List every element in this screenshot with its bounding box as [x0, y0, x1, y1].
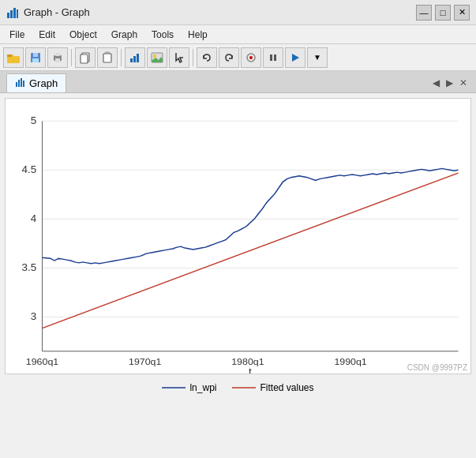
tab-graph-icon: [15, 77, 26, 90]
close-button[interactable]: ✕: [454, 5, 470, 21]
svg-point-21: [153, 54, 156, 58]
menu-file[interactable]: File: [3, 28, 31, 42]
svg-text:1960q1: 1960q1: [26, 356, 59, 366]
svg-rect-3: [17, 9, 18, 18]
toolbar-chart[interactable]: [125, 47, 145, 68]
legend: ln_wpi Fitted values: [0, 379, 476, 396]
svg-rect-9: [32, 58, 39, 62]
toolbar-sep-3: [193, 49, 193, 66]
toolbar-open[interactable]: [3, 47, 24, 68]
menu-edit[interactable]: Edit: [32, 28, 62, 42]
toolbar: ▼: [0, 44, 476, 71]
chart-area: 5 4.5 4 3.5 3 1960q1 1970q1 1980q1 1990q…: [5, 98, 471, 374]
svg-text:4.5: 4.5: [22, 164, 37, 175]
tab-graph[interactable]: Graph: [6, 73, 66, 92]
window-controls: — □ ✕: [416, 5, 470, 21]
toolbar-print[interactable]: [47, 47, 68, 68]
svg-text:4: 4: [31, 213, 36, 224]
window-title: Graph - Graph: [24, 6, 90, 18]
legend-fitted-label: Fitted values: [260, 382, 313, 393]
title-bar: Graph - Graph — □ ✕: [0, 0, 476, 25]
svg-text:3: 3: [31, 311, 36, 322]
chart-svg: 5 4.5 4 3.5 3 1960q1 1970q1 1980q1 1990q…: [6, 99, 470, 374]
watermark: CSDN @9997PZ: [407, 363, 467, 372]
tab-close-button[interactable]: ✕: [457, 77, 470, 89]
minimize-button[interactable]: —: [416, 5, 432, 21]
tab-navigation: ◀ ▶ ✕: [430, 77, 470, 89]
tab-prev-button[interactable]: ◀: [430, 77, 442, 89]
svg-rect-5: [7, 56, 20, 63]
svg-rect-27: [16, 82, 17, 87]
toolbar-sep-1: [71, 49, 72, 66]
legend-fitted: Fitted values: [232, 382, 313, 393]
toolbar-sep-2: [121, 49, 122, 66]
svg-text:1990q1: 1990q1: [334, 356, 367, 366]
svg-text:3.5: 3.5: [22, 262, 37, 273]
main-content: 5 4.5 4 3.5 3 1960q1 1970q1 1980q1 1990q…: [0, 93, 476, 458]
svg-rect-8: [33, 53, 38, 57]
svg-rect-11: [55, 53, 60, 56]
toolbar-more[interactable]: ▼: [307, 47, 328, 68]
legend-ln-wpi-label: ln_wpi: [189, 382, 216, 393]
svg-rect-14: [81, 54, 88, 63]
svg-rect-17: [130, 58, 133, 62]
menu-bar: File Edit Object Graph Tools Help: [0, 25, 476, 44]
menu-tools[interactable]: Tools: [145, 28, 180, 42]
svg-rect-19: [137, 54, 139, 62]
svg-rect-28: [18, 80, 20, 87]
svg-text:5: 5: [31, 115, 36, 126]
app-icon: [6, 6, 19, 19]
tab-next-button[interactable]: ▶: [444, 77, 455, 89]
menu-graph[interactable]: Graph: [105, 28, 144, 42]
svg-text:1970q1: 1970q1: [129, 356, 162, 366]
svg-rect-1: [10, 10, 13, 18]
svg-marker-26: [292, 54, 299, 62]
svg-rect-2: [13, 8, 16, 18]
svg-rect-16: [103, 54, 111, 62]
svg-rect-18: [133, 56, 136, 62]
toolbar-select[interactable]: [169, 47, 189, 68]
toolbar-record[interactable]: [241, 47, 261, 68]
svg-rect-29: [21, 78, 22, 87]
menu-object[interactable]: Object: [63, 28, 103, 42]
toolbar-paste[interactable]: [97, 47, 118, 68]
svg-text:t: t: [249, 366, 252, 374]
svg-point-23: [249, 56, 253, 59]
tab-bar: Graph ◀ ▶ ✕: [0, 71, 476, 93]
toolbar-pause[interactable]: [263, 47, 283, 68]
legend-ln-wpi: ln_wpi: [162, 382, 216, 393]
svg-rect-0: [7, 13, 9, 18]
tab-graph-label: Graph: [29, 77, 58, 89]
svg-rect-30: [23, 81, 24, 87]
svg-rect-24: [270, 54, 272, 61]
svg-rect-25: [274, 54, 276, 61]
toolbar-save[interactable]: [25, 47, 46, 68]
toolbar-play[interactable]: [285, 47, 305, 68]
toolbar-image[interactable]: [147, 47, 167, 68]
svg-rect-6: [7, 54, 12, 57]
svg-rect-12: [55, 58, 60, 62]
toolbar-copy[interactable]: [75, 47, 96, 68]
toolbar-redo[interactable]: [219, 47, 239, 68]
svg-text:1980q1: 1980q1: [231, 356, 264, 366]
toolbar-undo[interactable]: [197, 47, 217, 68]
menu-help[interactable]: Help: [182, 28, 214, 42]
maximize-button[interactable]: □: [435, 5, 451, 21]
svg-rect-31: [6, 99, 470, 374]
